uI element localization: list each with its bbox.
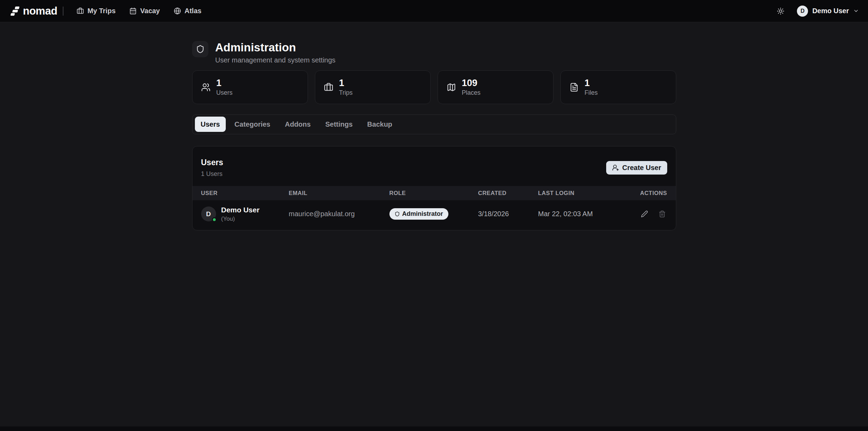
row-email: maurice@pakulat.org [289,210,389,218]
stats-row: 1 Users 1 Trips 109 Places [192,70,676,104]
tab-settings[interactable]: Settings [319,117,359,132]
panel-title: Users [201,158,223,167]
role-badge-label: Administrator [402,210,443,218]
stat-value: 1 [216,78,233,88]
user-menu[interactable]: D Demo User [797,6,859,17]
stat-text: 1 Files [585,78,598,97]
nav-item-my-trips[interactable]: My Trips [77,7,115,15]
col-header-created: Created [478,190,538,196]
stat-value: 109 [462,78,481,88]
trash-icon [659,210,666,218]
stat-card-files: 1 Files [560,70,676,104]
delete-user-button[interactable] [658,210,667,218]
users-panel: Users 1 Users Create User User Email Rol… [192,146,676,230]
main-content: Administration User management and syste… [192,22,676,426]
shield-icon-box [192,41,208,57]
users-panel-header: Users 1 Users Create User [192,146,676,186]
col-header-role: Role [389,190,478,196]
bottom-edge-strip [0,426,868,431]
row-created: 3/18/2026 [478,210,538,218]
top-navbar: nomad My Trips Vacay Atlas [0,0,868,22]
create-user-label: Create User [622,164,661,172]
nav-label: My Trips [87,7,115,15]
create-user-button[interactable]: Create User [606,161,667,175]
navbar-left: nomad My Trips Vacay Atlas [9,5,201,17]
file-text-icon [569,83,579,92]
users-panel-heading: Users 1 Users [201,158,223,178]
stat-text: 109 Places [462,78,481,97]
nav-label: Atlas [184,7,201,15]
user-name-block: Demo User (You) [221,206,260,222]
navbar-right: D Demo User [775,6,859,17]
stat-label: Trips [339,89,353,96]
briefcase-icon [77,7,84,15]
user-cell: D Demo User (You) [201,206,289,222]
tab-bar: Users Categories Addons Settings Backup [192,115,676,134]
stat-card-places: 109 Places [438,70,553,104]
row-avatar-wrap: D [201,206,216,221]
panel-count: 1 Users [201,170,223,178]
role-badge: Administrator [389,208,448,220]
page-header-text: Administration User management and syste… [215,41,336,64]
actions-cell [636,210,667,218]
nomad-logo-icon [9,6,20,17]
nav-item-vacay[interactable]: Vacay [129,7,160,15]
stat-text: 1 Trips [339,78,353,97]
stat-value: 1 [339,78,353,88]
tab-users[interactable]: Users [195,117,226,132]
user-name: Demo User [812,7,849,15]
primary-nav: My Trips Vacay Atlas [77,7,201,15]
stat-card-trips: 1 Trips [315,70,431,104]
table-row: D Demo User (You) maurice@pakulat.org Ad… [192,200,676,230]
row-last-login: Mar 22, 02:03 AM [538,210,636,218]
user-plus-icon [612,164,619,171]
tab-backup[interactable]: Backup [361,117,398,132]
shield-icon [395,211,400,217]
shield-icon [196,45,205,53]
nav-item-atlas[interactable]: Atlas [174,7,201,15]
col-header-last-login: Last Login [538,190,636,196]
stat-text: 1 Users [216,78,233,97]
row-you-label: (You) [221,216,260,222]
stat-label: Places [462,89,481,96]
users-icon [201,83,210,92]
theme-toggle-button[interactable] [775,6,786,16]
sun-icon [777,7,784,15]
page-subtitle: User management and system settings [215,56,336,64]
stat-value: 1 [585,78,598,88]
user-avatar: D [797,6,808,17]
globe-icon [174,7,181,15]
stat-card-users: 1 Users [192,70,308,104]
stat-label: Users [216,89,233,96]
tab-addons[interactable]: Addons [279,117,316,132]
page-header: Administration User management and syste… [192,41,676,64]
col-header-email: Email [289,190,389,196]
nav-separator [63,7,63,16]
briefcase-icon [324,83,333,92]
pencil-icon [641,210,648,218]
row-user-name: Demo User [221,206,260,214]
tab-categories[interactable]: Categories [229,117,276,132]
table-header-row: User Email Role Created Last Login Actio… [192,186,676,200]
map-icon [447,83,456,92]
stat-label: Files [585,89,598,96]
col-header-user: User [201,190,289,196]
col-header-actions: Actions [636,190,667,196]
edit-user-button[interactable] [640,210,649,218]
chevron-down-icon [853,8,859,14]
brand-logo[interactable]: nomad [9,5,57,17]
page-title: Administration [215,41,336,54]
brand-name: nomad [23,5,57,17]
nav-label: Vacay [140,7,160,15]
calendar-icon [129,7,137,15]
online-status-dot [212,217,217,222]
role-cell: Administrator [389,208,478,220]
